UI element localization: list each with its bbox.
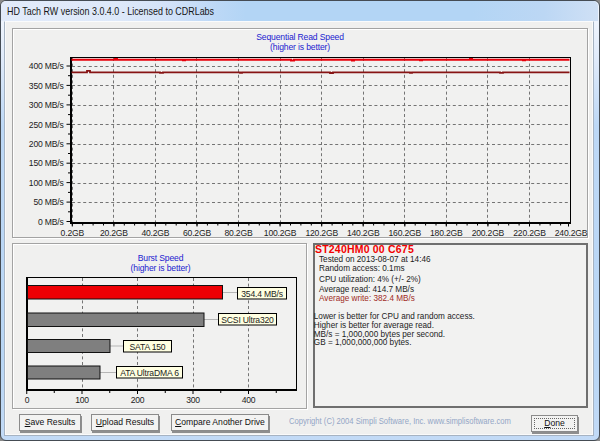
svg-text:350 MB/s: 350 MB/s bbox=[29, 81, 64, 91]
svg-text:120.2GB: 120.2GB bbox=[305, 228, 338, 238]
svg-text:0: 0 bbox=[25, 395, 30, 405]
svg-text:20.2GB: 20.2GB bbox=[100, 228, 128, 238]
svg-text:0 MB/s: 0 MB/s bbox=[38, 217, 64, 227]
svg-text:100 MB/s: 100 MB/s bbox=[29, 178, 64, 188]
svg-text:100: 100 bbox=[75, 395, 89, 405]
svg-text:200 MB/s: 200 MB/s bbox=[29, 139, 64, 149]
svg-text:240.2GB: 240.2GB bbox=[555, 228, 588, 238]
svg-text:300 MB/s: 300 MB/s bbox=[29, 100, 64, 110]
svg-text:50 MB/s: 50 MB/s bbox=[33, 197, 63, 207]
svg-text:140.2GB: 140.2GB bbox=[347, 228, 380, 238]
svg-text:220.2GB: 220.2GB bbox=[513, 228, 546, 238]
svg-text:SCSI Ultra320: SCSI Ultra320 bbox=[221, 315, 274, 325]
svg-text:160.2GB: 160.2GB bbox=[389, 228, 422, 238]
svg-text:354.4 MB/s: 354.4 MB/s bbox=[241, 289, 282, 299]
svg-text:400: 400 bbox=[242, 395, 256, 405]
svg-text:200.2GB: 200.2GB bbox=[472, 228, 505, 238]
svg-text:180.2GB: 180.2GB bbox=[430, 228, 463, 238]
svg-text:400 MB/s: 400 MB/s bbox=[29, 61, 64, 71]
svg-text:80.2GB: 80.2GB bbox=[225, 228, 253, 238]
svg-text:40.2GB: 40.2GB bbox=[141, 228, 169, 238]
svg-text:ATA UltraDMA 6: ATA UltraDMA 6 bbox=[120, 368, 179, 378]
svg-text:150 MB/s: 150 MB/s bbox=[29, 158, 64, 168]
svg-text:60.2GB: 60.2GB bbox=[183, 228, 211, 238]
svg-text:250 MB/s: 250 MB/s bbox=[29, 120, 64, 130]
svg-text:300: 300 bbox=[186, 395, 200, 405]
svg-text:SATA 150: SATA 150 bbox=[130, 342, 166, 352]
svg-text:200: 200 bbox=[131, 395, 145, 405]
svg-text:100.2GB: 100.2GB bbox=[264, 228, 297, 238]
svg-text:0.2GB: 0.2GB bbox=[61, 228, 85, 238]
